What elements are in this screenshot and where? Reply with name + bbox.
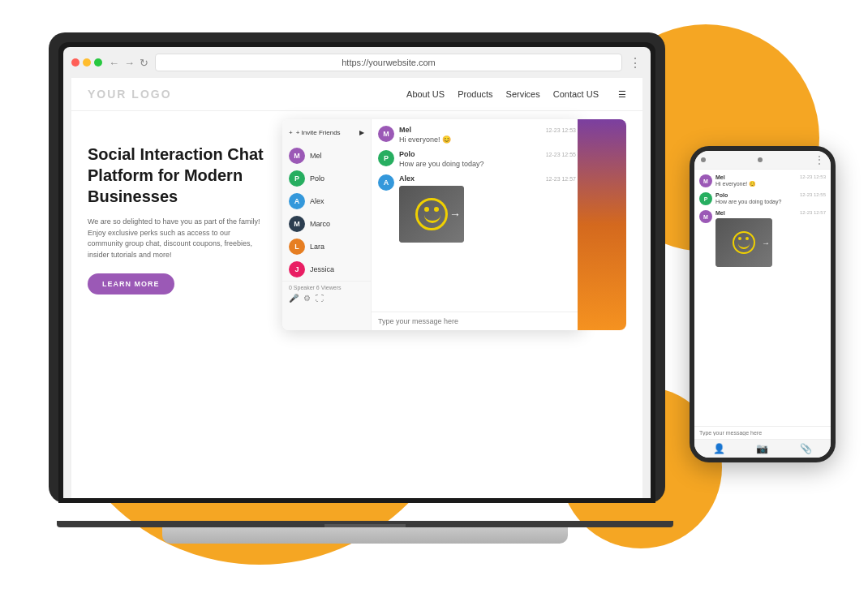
contact-polo[interactable]: P Polo [282,167,371,190]
expand-icon[interactable]: ⛶ [316,294,324,303]
message-mel-avatar: M [378,126,394,142]
contact-jessica-name: Jessica [310,265,334,273]
message-mel-name: Mel [399,126,411,134]
message-mel-header: Mel 12-23 12:53 [399,126,576,134]
contact-mel[interactable]: M Mel [282,144,371,167]
sidebar-footer: 0 Speaker 6 Viewers 🎤 ⚙ ⛶ [282,281,371,306]
mic-icon[interactable]: 🎤 [289,294,299,303]
contact-lara-name: Lara [310,243,324,251]
url-bar[interactable]: https://yourwebsite.com [155,54,622,71]
chat-sidebar: + + Invite Friends ▶ M Mel [282,119,372,330]
message-mel-time: 12-23 12:53 [546,127,576,133]
contact-lara-avatar: L [289,239,305,255]
phone-screen: ⋮ M Mel 12-23 12:53 Hi everyone! 😊 [694,151,831,458]
message-alex-time: 12-23 12:57 [546,176,576,182]
invite-friends-button[interactable]: + + Invite Friends ▶ [282,126,371,140]
phone-smiley-face [733,231,755,254]
chat-input-area [372,312,582,330]
message-mel-text: Hi everyone! 😊 [399,135,576,144]
chat-panel: + + Invite Friends ▶ M Mel [282,119,582,330]
message-mel-content: Mel 12-23 12:53 Hi everyone! 😊 [399,126,576,144]
collapse-icon: ▶ [359,129,364,136]
phone-chat-input[interactable] [699,430,826,436]
phone-message-mel2: M Mel 12-23 12:57 → [699,210,826,267]
phone-mel-name: Mel [715,174,725,180]
laptop-frame: ← → ↻ https://yourwebsite.com ⋮ YOUR LOG… [49,32,665,503]
contact-lara[interactable]: L Lara [282,235,371,258]
maximize-window-button[interactable] [94,58,102,67]
chat-messages-list: M Mel 12-23 12:53 Hi everyone! 😊 [372,119,582,312]
nav-products[interactable]: Products [458,89,492,99]
phone-polo-text: How are you doing today? [715,199,826,204]
phone-polo-content: Polo 12-23 12:55 How are you doing today… [715,192,826,204]
smiley-image: → [399,186,464,243]
browser-window-controls [71,58,102,67]
back-button[interactable]: ← [109,57,119,69]
phone-mel2-header: Mel 12-23 12:57 [715,210,826,216]
phone-polo-name: Polo [715,192,728,198]
smiley-face-graphic [415,198,448,230]
browser-more-options[interactable]: ⋮ [629,55,642,71]
nav-contact[interactable]: Contact US [553,89,599,99]
contact-marco-avatar: M [289,216,305,232]
chat-input[interactable] [378,317,576,325]
contact-polo-name: Polo [310,174,324,183]
contact-alex[interactable]: A Alex [282,190,371,213]
browser-chrome: ← → ↻ https://yourwebsite.com ⋮ YOUR LOG… [63,47,651,498]
hero-title: Social Interaction Chat Platform for Mod… [88,144,266,207]
hero-left-content: Social Interaction Chat Platform for Mod… [88,127,266,475]
chat-gradient-accent [578,119,626,330]
message-polo-header: Polo 12-23 12:55 [399,150,576,158]
message-alex: A Alex 12-23 12:57 [378,174,576,243]
sidebar-footer-icons: 🎤 ⚙ ⛶ [289,294,364,303]
chat-ui-wrapper: + + Invite Friends ▶ M Mel [282,119,626,466]
contact-alex-name: Alex [310,197,324,205]
phone-more-options[interactable]: ⋮ [814,154,824,166]
site-logo: YOUR LOGO [88,88,406,101]
browser-navigation: ← → ↻ [109,57,148,69]
phone-input-area [694,426,831,439]
message-polo-content: Polo 12-23 12:55 How are you doing today… [399,150,576,168]
phone-person-icon[interactable]: 👤 [713,443,725,454]
invite-label: + Invite Friends [296,129,341,136]
message-alex-header: Alex 12-23 12:57 [399,174,576,183]
settings-icon[interactable]: ⚙ [303,294,311,303]
phone-mel2-time: 12-23 12:57 [800,210,826,216]
refresh-button[interactable]: ↻ [140,57,148,69]
hamburger-menu[interactable]: ☰ [618,89,626,100]
nav-about[interactable]: About US [406,89,445,99]
phone-mel-avatar: M [699,174,712,187]
contact-mel-avatar: M [289,148,305,164]
minimize-window-button[interactable] [83,58,91,67]
close-window-button[interactable] [71,58,79,67]
phone-mel-time: 12-23 12:53 [800,174,826,180]
phone-mel2-content: Mel 12-23 12:57 → [715,210,826,267]
phone-mel-content: Mel 12-23 12:53 Hi everyone! 😊 [715,174,826,187]
phone-mel2-name: Mel [715,210,725,216]
nav-links: About US Products Services Contact US ☰ [406,89,626,100]
learn-more-button[interactable]: LEARN MORE [88,273,174,294]
browser-toolbar: ← → ↻ https://yourwebsite.com ⋮ [71,54,642,71]
phone-polo-avatar: P [699,192,712,205]
phone-mel-header: Mel 12-23 12:53 [715,174,826,180]
hero-description: We are so delighted to have you as part … [88,217,266,260]
arrow-overlay: → [449,208,461,221]
phone-frame: ⋮ M Mel 12-23 12:53 Hi everyone! 😊 [690,146,836,462]
message-mel: M Mel 12-23 12:53 Hi everyone! 😊 [378,126,576,144]
nav-services[interactable]: Services [506,89,540,99]
phone-messages-list: M Mel 12-23 12:53 Hi everyone! 😊 P P [694,170,831,426]
contact-alex-avatar: A [289,193,305,209]
message-alex-name: Alex [399,174,415,183]
contact-jessica[interactable]: J Jessica [282,258,371,281]
phone-polo-header: Polo 12-23 12:55 [715,192,826,198]
invite-icon: + [289,129,293,136]
forward-button[interactable]: → [124,57,135,69]
phone-camera-icon[interactable]: 📷 [756,443,768,454]
phone-mel2-image: → [715,218,772,267]
phone-status-dot-2 [758,157,763,162]
contact-marco[interactable]: M Marco [282,213,371,235]
message-polo: P Polo 12-23 12:55 How are you doing tod… [378,150,576,168]
phone-attach-icon[interactable]: 📎 [800,443,812,454]
phone-mel-text: Hi everyone! 😊 [715,181,826,187]
viewer-count: 0 Speaker 6 Viewers [289,285,364,290]
